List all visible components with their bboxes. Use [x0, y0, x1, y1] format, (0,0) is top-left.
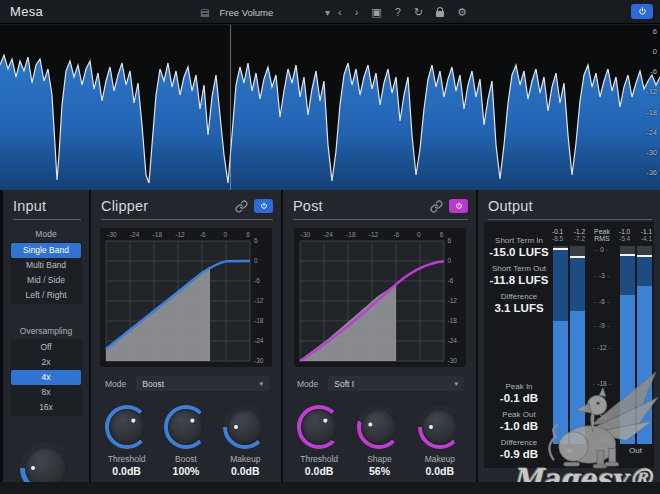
- mode-label: Mode: [3, 229, 89, 239]
- peak-difference-value: -0.9 dB: [488, 448, 550, 460]
- peak-in-value: -0.1 dB: [488, 392, 550, 404]
- meter-out-label: Out: [617, 446, 654, 455]
- preset-selector[interactable]: ▤ Free Volume ▾: [200, 0, 330, 24]
- lufs-difference-value: 3.1 LUFS: [488, 302, 550, 314]
- oversampling-16x[interactable]: 16x: [11, 400, 81, 415]
- post-x-axis: -30-24-18-12-606: [300, 231, 448, 239]
- threshold-value: 0.0dB: [289, 465, 349, 477]
- plugin-window: Mesa ▤ Free Volume ▾ ‹ › ▣ ? ↻ ⚙: [0, 0, 660, 494]
- short-term-in-label: Short Term In: [488, 236, 550, 245]
- app-title: Mesa: [10, 4, 43, 19]
- link-icon[interactable]: [235, 200, 248, 213]
- waveform-graphic: [0, 25, 660, 190]
- db-tick: -24: [646, 128, 657, 137]
- db-tick: 6: [653, 27, 657, 36]
- bottom-strip: [0, 482, 660, 494]
- db-scale: 6 0 -6 -12 -18 -24 -30 -36: [643, 25, 659, 177]
- prev-preset-button[interactable]: ‹: [338, 7, 342, 18]
- peak-difference-label: Difference: [488, 438, 550, 447]
- peak-out-label: Peak Out: [488, 410, 550, 419]
- threshold-value: 0.0dB: [97, 465, 156, 477]
- refresh-icon[interactable]: ↻: [414, 7, 423, 18]
- makeup-value: 0.0dB: [410, 465, 470, 477]
- makeup-value: 0.0dB: [216, 465, 275, 477]
- short-term-out-value: -11.8 LUFS: [488, 274, 550, 286]
- lock-icon[interactable]: [436, 11, 444, 17]
- preset-name[interactable]: Free Volume: [219, 7, 315, 18]
- save-icon[interactable]: ▣: [371, 7, 381, 18]
- clipper-x-axis: -30-24-18-12-606: [106, 231, 254, 239]
- lufs-difference-label: Difference: [488, 292, 550, 301]
- output-panel-title: Output: [488, 198, 652, 214]
- post-power-button[interactable]: [449, 199, 468, 213]
- db-tick: -12: [646, 87, 657, 96]
- clipper-makeup-knob[interactable]: [223, 405, 267, 449]
- post-panel-title: Post: [293, 198, 424, 214]
- output-metrics-box: Short Term In -15.0 LUFS Short Term Out …: [484, 222, 654, 468]
- clipper-panel-title: Clipper: [101, 198, 229, 214]
- clipper-panel: Clipper -30-24-18-12-606: [91, 190, 281, 482]
- level-meters: -0.1-1.2 Peak -1.0-1.1 -8.5-7.2 RMS -5.4…: [550, 222, 654, 468]
- link-icon[interactable]: [430, 200, 443, 213]
- threshold-label: Threshold: [289, 454, 349, 464]
- chevron-down-icon: ▾: [259, 380, 263, 388]
- playhead[interactable]: [230, 25, 231, 190]
- in-peak-right: -1.2: [574, 228, 585, 235]
- db-tick: -6: [650, 67, 657, 76]
- next-preset-button[interactable]: ›: [355, 7, 359, 18]
- waveform-display: 6 0 -6 -12 -18 -24 -30 -36: [0, 25, 660, 190]
- post-threshold-knob[interactable]: [297, 405, 341, 449]
- output-meter: [617, 246, 654, 444]
- clipper-mode-dropdown[interactable]: Boost ▾: [136, 376, 269, 391]
- mode-option-list: Single Band Multi Band Mid / Side Left /…: [10, 242, 82, 304]
- post-mode-value: Soft I: [334, 379, 354, 389]
- master-power-button[interactable]: [631, 4, 653, 19]
- makeup-label: Makeup: [410, 454, 470, 464]
- clipper-mode-value: Boost: [142, 379, 164, 389]
- post-mode-dropdown[interactable]: Soft I ▾: [328, 376, 464, 391]
- help-icon[interactable]: ?: [395, 7, 401, 18]
- threshold-label: Threshold: [97, 454, 156, 464]
- output-stats: Short Term In -15.0 LUFS Short Term Out …: [484, 222, 550, 468]
- post-curve: [298, 239, 446, 363]
- clipper-power-button[interactable]: [254, 199, 273, 213]
- db-tick: -30: [646, 148, 657, 157]
- mode-option-multi-band[interactable]: Multi Band: [11, 258, 81, 273]
- oversampling-off[interactable]: Off: [11, 340, 81, 355]
- power-icon: [260, 202, 268, 210]
- preset-menu-icon[interactable]: ▤: [200, 7, 209, 18]
- oversampling-option-list: Off 2x 4x 8x 16x: [10, 339, 82, 416]
- rms-row-label: RMS: [587, 235, 617, 242]
- makeup-label: Makeup: [216, 454, 275, 464]
- post-panel: Post -30-24-18-12-606: [283, 190, 476, 482]
- post-makeup-knob[interactable]: [418, 405, 462, 449]
- meter-scale: 0 -3 -6 -9 -12 -18 -24 -30: [587, 246, 617, 444]
- chevron-down-icon[interactable]: ▾: [325, 7, 330, 18]
- power-icon: [455, 202, 463, 210]
- peak-row-label: Peak: [587, 228, 617, 235]
- boost-label: Boost: [156, 454, 215, 464]
- output-panel: Output Short Term In -15.0 LUFS Short Te…: [478, 190, 660, 482]
- oversampling-8x[interactable]: 8x: [11, 385, 81, 400]
- peak-in-label: Peak In: [488, 382, 550, 391]
- clipper-threshold-knob[interactable]: [105, 405, 149, 449]
- shape-label: Shape: [349, 454, 409, 464]
- mode-option-left-right[interactable]: Left / Right: [11, 288, 81, 303]
- input-meter: [550, 246, 587, 444]
- clipper-boost-knob[interactable]: [164, 405, 208, 449]
- clipper-transfer-graph: -30-24-18-12-606 60-6-12-18-24-30: [100, 228, 272, 367]
- gear-icon[interactable]: ⚙: [457, 7, 467, 18]
- oversampling-4x[interactable]: 4x: [11, 370, 81, 385]
- post-y-axis: 60-6-12-18-24-30: [446, 239, 460, 363]
- in-rms-left: -8.5: [552, 235, 563, 242]
- clipper-curve: [104, 239, 252, 363]
- mode-option-single-band[interactable]: Single Band: [11, 243, 81, 258]
- mode-option-mid-side[interactable]: Mid / Side: [11, 273, 81, 288]
- shape-value: 56%: [349, 465, 409, 477]
- clipper-mode-label: Mode: [105, 379, 126, 389]
- oversampling-2x[interactable]: 2x: [11, 355, 81, 370]
- db-tick: 0: [653, 47, 657, 56]
- oversampling-label: Oversampling: [3, 326, 89, 336]
- post-shape-knob[interactable]: [357, 405, 401, 449]
- peak-out-value: -1.0 dB: [488, 420, 550, 432]
